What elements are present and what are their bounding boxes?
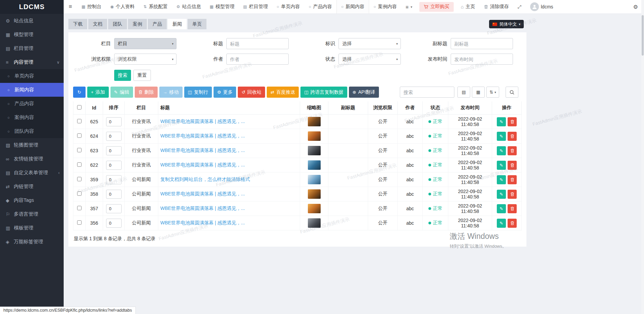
- sort-input[interactable]: [106, 146, 122, 155]
- column-header[interactable]: 缩略图: [300, 101, 328, 115]
- topnav-item-profile[interactable]: ◉ 个人资料: [106, 0, 139, 13]
- search-button[interactable]: 搜索: [114, 70, 131, 81]
- copy-row-button[interactable]: ◫ 复制行: [184, 87, 212, 98]
- row-delete-button[interactable]: [508, 146, 517, 155]
- topnav-item-product-content[interactable]: ○ 产品内容: [304, 0, 336, 13]
- topnav-item-news-content[interactable]: ○ 新闻内容: [336, 0, 369, 13]
- row-checkbox[interactable]: [77, 177, 82, 181]
- row-checkbox[interactable]: [77, 206, 82, 210]
- sort-input[interactable]: [106, 132, 122, 141]
- sidebar-item-friend-links[interactable]: ∞ 友情链接管理: [0, 152, 64, 166]
- column-header[interactable]: 标题: [158, 101, 300, 115]
- row-checkbox[interactable]: [77, 133, 82, 138]
- column-header[interactable]: 操作: [492, 101, 522, 115]
- add-button[interactable]: + 添加: [87, 87, 109, 98]
- row-checkbox[interactable]: [77, 220, 82, 225]
- sort-input[interactable]: [106, 190, 122, 199]
- row-title-link[interactable]: WBE世界电池展圆满落幕 | 感恩遇见，...: [160, 191, 245, 196]
- sort-input[interactable]: [106, 161, 122, 170]
- row-edit-button[interactable]: ✎: [497, 175, 506, 184]
- view-permission-select[interactable]: 浏览权限 ▾: [114, 54, 176, 65]
- sidebar-item-column-management[interactable]: ▤ 栏目管理: [0, 41, 64, 55]
- app-logo[interactable]: LDCMS: [0, 0, 64, 14]
- row-title-link[interactable]: WBE世界电池展圆满落幕 | 感恩遇见，...: [160, 133, 245, 138]
- tab-single-page[interactable]: 单页: [188, 19, 206, 29]
- row-title-link[interactable]: WBE世界电池展圆满落幕 | 感恩遇见，...: [160, 162, 245, 167]
- topnav-more-dropdown[interactable]: ≡ ▾: [401, 0, 417, 13]
- tab-document[interactable]: 文档: [88, 19, 107, 29]
- reset-button[interactable]: 重置: [133, 70, 151, 81]
- topnav-item-column-management[interactable]: ▤ 栏目管理: [239, 0, 272, 13]
- status-badge[interactable]: 正常: [428, 162, 443, 168]
- sidebar-item-case-content[interactable]: ○ 案例内容: [0, 111, 64, 124]
- edit-button[interactable]: ✎ 编辑: [110, 87, 133, 98]
- row-checkbox[interactable]: [77, 191, 82, 196]
- user-menu[interactable]: ldcms: [526, 0, 558, 13]
- sort-input[interactable]: [106, 117, 122, 126]
- status-badge[interactable]: 正常: [428, 206, 443, 212]
- topnav-item-system-config[interactable]: ⇅ 系统配置: [139, 0, 172, 13]
- row-checkbox[interactable]: [77, 162, 82, 167]
- sidebar-item-model-management[interactable]: ▦ 模型管理: [0, 28, 64, 41]
- row-delete-button[interactable]: [508, 219, 517, 228]
- topnav-clear-cache[interactable]: 清除缓存: [480, 0, 513, 13]
- status-badge[interactable]: 正常: [428, 177, 443, 183]
- row-title-link[interactable]: WBE世界电池展圆满落幕 | 感恩遇见，...: [160, 206, 245, 211]
- column-header[interactable]: Id: [86, 101, 103, 115]
- export-button[interactable]: ⇅ ▾: [486, 87, 499, 98]
- row-edit-button[interactable]: ✎: [497, 190, 506, 199]
- row-delete-button[interactable]: [508, 161, 517, 170]
- thumbnail-image[interactable]: [308, 204, 321, 213]
- recycle-bin-button[interactable]: ↺ 回收站: [238, 87, 265, 98]
- thumbnail-image[interactable]: [308, 189, 321, 199]
- row-edit-button[interactable]: ✎: [497, 219, 506, 228]
- column-header[interactable]: 作者: [398, 101, 423, 115]
- menu-toggle-icon[interactable]: ≡: [64, 0, 77, 13]
- row-edit-button[interactable]: ✎: [497, 132, 506, 141]
- category-select[interactable]: 栏目 ▾: [114, 38, 176, 49]
- row-delete-button[interactable]: [508, 132, 517, 141]
- move-button[interactable]: → 移动: [159, 87, 183, 98]
- tab-team[interactable]: 团队: [108, 19, 127, 29]
- author-input[interactable]: [226, 54, 289, 65]
- thumbnail-image[interactable]: [308, 117, 321, 126]
- topnav-home[interactable]: ⌂ 主页: [456, 0, 479, 13]
- row-checkbox[interactable]: [77, 148, 82, 152]
- thumbnail-image[interactable]: [308, 146, 321, 155]
- sidebar-item-custom-forms[interactable]: ▤ 自定义表单管理 ‹: [0, 166, 64, 180]
- delete-button[interactable]: 删除: [135, 87, 158, 98]
- columns-button[interactable]: ▦: [472, 87, 485, 98]
- scrollbar-thumb[interactable]: [642, 15, 644, 56]
- subtitle-input[interactable]: [451, 38, 513, 49]
- api-translate-button[interactable]: ⊕ API翻译: [349, 87, 379, 98]
- row-title-link[interactable]: WBE世界电池展圆满落幕 | 感恩遇见，...: [160, 220, 245, 225]
- topnav-item-single-page-content[interactable]: ○ 单页内容: [272, 0, 304, 13]
- sidebar-item-carousel-management[interactable]: ▧ 轮播图管理: [0, 138, 64, 152]
- row-checkbox[interactable]: [77, 119, 82, 123]
- sort-input[interactable]: [106, 175, 122, 184]
- row-edit-button[interactable]: ✎: [497, 117, 506, 126]
- row-delete-button[interactable]: [508, 190, 517, 199]
- sidebar-item-single-page-content[interactable]: ○ 单页内容: [0, 69, 64, 83]
- row-edit-button[interactable]: ✎: [497, 146, 506, 155]
- status-badge[interactable]: 正常: [428, 148, 443, 154]
- status-badge[interactable]: 正常: [428, 220, 443, 226]
- cross-language-copy-button[interactable]: ◫ 跨语言复制数据: [300, 87, 347, 98]
- topnav-item-model-management[interactable]: ▦ 模型管理: [205, 0, 239, 13]
- thumbnail-image[interactable]: [308, 218, 321, 228]
- sidebar-item-multilanguage[interactable]: ⚐ 多语言管理: [0, 207, 64, 221]
- row-edit-button[interactable]: ✎: [497, 161, 506, 170]
- status-badge[interactable]: 正常: [428, 191, 443, 197]
- topnav-item-case-content[interactable]: ○ 案例内容: [369, 0, 401, 13]
- row-title-link[interactable]: 复制文档到网站后台，怎么样才能清除格式: [160, 177, 250, 182]
- language-dropdown[interactable]: 简体中文 ▾: [489, 20, 524, 28]
- more-button[interactable]: ⚙ 更多: [214, 87, 236, 98]
- refresh-button[interactable]: ↻: [73, 87, 86, 98]
- column-header[interactable]: 排序: [103, 101, 125, 115]
- row-title-link[interactable]: WBE世界电池展圆满落幕 | 感恩遇见，...: [160, 119, 245, 124]
- row-title-link[interactable]: WBE世界电池展圆满落幕 | 感恩遇见，...: [160, 148, 245, 153]
- status-badge[interactable]: 正常: [428, 133, 443, 139]
- publish-time-input[interactable]: [451, 54, 513, 65]
- sidebar-item-content-tags[interactable]: ◆ 内容Tags: [0, 193, 64, 207]
- tab-news[interactable]: 新闻: [168, 19, 187, 29]
